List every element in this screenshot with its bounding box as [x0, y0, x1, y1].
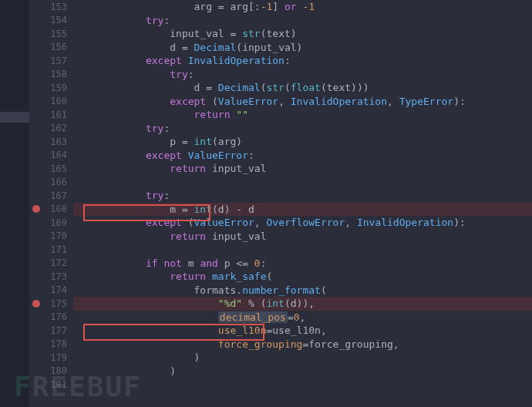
breakpoint-icon[interactable]: [32, 300, 40, 308]
code-line[interactable]: d = Decimal(str(float(text))): [73, 81, 532, 95]
code-line[interactable]: [73, 378, 532, 392]
code-line[interactable]: except InvalidOperation:: [73, 54, 532, 68]
line-number: 163: [45, 136, 73, 147]
code-line[interactable]: ): [73, 351, 532, 365]
line-number: 175: [45, 298, 73, 309]
code-line[interactable]: except (ValueError, OverflowError, Inval…: [73, 216, 532, 230]
line-number: 172: [45, 257, 73, 268]
line-number: 153: [45, 2, 73, 12]
code-line[interactable]: formats.number_format(: [73, 284, 532, 298]
code-line[interactable]: return "": [73, 108, 532, 122]
code-line[interactable]: [73, 243, 532, 257]
line-number: 160: [45, 96, 73, 106]
code-line[interactable]: return input_val: [73, 230, 532, 244]
code-area[interactable]: arg = arg[:-1] or -1 try: input_val = st…: [73, 0, 532, 407]
code-line[interactable]: input_val = str(text): [73, 27, 532, 41]
code-line[interactable]: ): [73, 365, 532, 378]
code-line[interactable]: d = Decimal(input_val): [73, 41, 532, 55]
line-number: 156: [45, 42, 73, 52]
code-line[interactable]: try:: [73, 68, 532, 82]
code-line[interactable]: except (ValueError, InvalidOperation, Ty…: [73, 95, 532, 109]
line-number: 173: [45, 271, 73, 282]
code-line[interactable]: force_grouping=force_grouping,: [73, 338, 532, 352]
line-number: 168: [45, 204, 73, 214]
code-line[interactable]: use_l10n=use_l10n,: [73, 324, 532, 338]
line-number: 162: [45, 123, 73, 133]
code-line[interactable]: except ValueError:: [73, 149, 532, 163]
watermark: FREEBUF: [0, 371, 142, 407]
line-number: 159: [45, 82, 73, 93]
code-line[interactable]: try:: [73, 14, 532, 28]
line-number: 157: [45, 56, 73, 66]
line-number: 177: [45, 325, 73, 336]
code-line[interactable]: return input_val: [73, 162, 532, 176]
line-number: 169: [45, 217, 73, 228]
code-line[interactable]: return mark_safe(: [73, 270, 532, 284]
code-line[interactable]: try:: [73, 122, 532, 136]
code-line[interactable]: [73, 176, 532, 190]
gutter: 1531541551561571581591601611621631641651…: [0, 0, 73, 407]
line-number: 166: [45, 177, 73, 187]
line-number: 158: [45, 69, 73, 79]
line-number: 176: [45, 311, 73, 322]
code-line[interactable]: p = int(arg): [73, 135, 532, 149]
line-number: 174: [45, 284, 73, 295]
minimap-marker: [0, 112, 29, 123]
line-number: 167: [45, 190, 73, 201]
line-number: 155: [45, 29, 73, 39]
code-line[interactable]: try:: [73, 189, 532, 203]
line-number: 170: [45, 230, 73, 241]
sidebar-strip: [0, 0, 29, 407]
line-number: 178: [45, 338, 73, 349]
line-number: 154: [45, 15, 73, 25]
breakpoint-icon[interactable]: [32, 205, 40, 213]
line-number: 179: [45, 352, 73, 363]
code-line[interactable]: decimal_pos=0,: [73, 311, 532, 325]
code-editor[interactable]: 1531541551561571581591601611621631641651…: [0, 0, 532, 407]
code-line[interactable]: m = int(d) - d: [73, 203, 532, 217]
code-line[interactable]: "%d" % (int(d)),: [73, 297, 532, 311]
line-number: 165: [45, 163, 73, 174]
line-number: 171: [45, 244, 73, 255]
line-number: 164: [45, 150, 73, 160]
code-line[interactable]: arg = arg[:-1] or -1: [73, 0, 532, 14]
code-line[interactable]: if not m and p <= 0:: [73, 257, 532, 271]
line-number: 161: [45, 109, 73, 120]
